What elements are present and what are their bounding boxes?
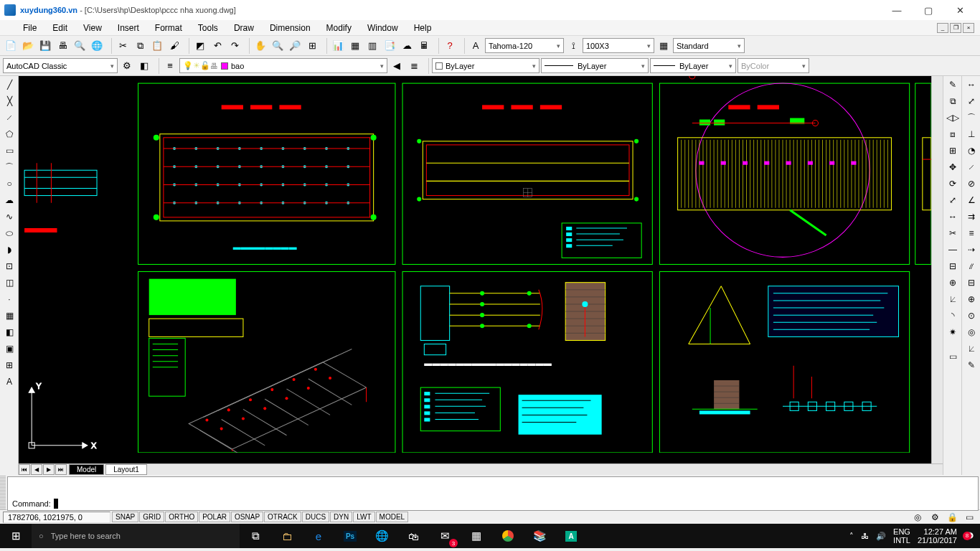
tolerance-icon[interactable]: ⊕ bbox=[963, 292, 979, 306]
menu-tools[interactable]: Tools bbox=[191, 22, 225, 34]
zoom-window-icon[interactable]: ⊞ bbox=[304, 38, 320, 54]
dim-linear-jog-icon[interactable]: ⟀ bbox=[963, 342, 979, 356]
print-icon[interactable]: 🖶 bbox=[55, 38, 70, 54]
search-box[interactable]: ○ Type here to search bbox=[32, 524, 240, 548]
hatch-icon[interactable]: ▦ bbox=[1, 309, 17, 323]
copy-obj-icon[interactable]: ⧉ bbox=[945, 94, 961, 108]
redo-icon[interactable]: ↷ bbox=[227, 38, 242, 54]
mirror-icon[interactable]: ◁▷ bbox=[945, 110, 961, 125]
dim-continue-icon[interactable]: ⇢ bbox=[963, 242, 979, 257]
network-icon[interactable]: 🖧 bbox=[861, 532, 869, 540]
publish-icon[interactable]: 🌐 bbox=[89, 38, 105, 54]
layer-color-icon[interactable]: ▭ bbox=[945, 349, 961, 364]
dim-arc-icon[interactable]: ⌒ bbox=[963, 110, 979, 125]
annotation-visibility-icon[interactable]: ⚙ bbox=[927, 510, 943, 524]
tool-palettes-icon[interactable]: ▥ bbox=[364, 38, 380, 54]
join-icon[interactable]: ⊕ bbox=[945, 276, 961, 290]
paste-icon[interactable]: 📋 bbox=[149, 38, 165, 54]
menu-modify[interactable]: Modify bbox=[319, 22, 359, 34]
save-icon[interactable]: 💾 bbox=[37, 38, 53, 54]
line-icon[interactable]: ╱ bbox=[1, 77, 17, 92]
menu-edit[interactable]: Edit bbox=[45, 22, 75, 34]
dim-quick-icon[interactable]: ⇉ bbox=[963, 209, 979, 224]
revcloud-icon[interactable]: ☁ bbox=[1, 193, 17, 207]
quickcalc-icon[interactable]: 🖩 bbox=[416, 38, 432, 54]
layer-prev-icon[interactable]: ◀ bbox=[389, 58, 405, 74]
erase-icon[interactable]: ✎ bbox=[945, 77, 961, 92]
menu-format[interactable]: Format bbox=[148, 22, 189, 34]
menu-help[interactable]: Help bbox=[407, 22, 439, 34]
ellipse-icon[interactable]: ⬭ bbox=[1, 226, 17, 240]
dim-angular-icon[interactable]: ∠ bbox=[963, 193, 979, 207]
tab-layout1[interactable]: Layout1 bbox=[105, 464, 147, 475]
edge-icon[interactable]: e bbox=[303, 524, 334, 548]
open-icon[interactable]: 📂 bbox=[20, 38, 36, 54]
dim-inspect-icon[interactable]: ◎ bbox=[963, 325, 979, 339]
command-line[interactable]: Command: bbox=[8, 497, 978, 510]
color-combo[interactable]: ByLayer▾ bbox=[432, 58, 540, 73]
annotation-scale-icon[interactable]: ◎ bbox=[910, 510, 925, 524]
rectangle-icon[interactable]: ▭ bbox=[1, 143, 17, 158]
menu-window[interactable]: Window bbox=[360, 22, 405, 34]
scale-icon[interactable]: ⤢ bbox=[945, 193, 961, 207]
workspace-settings-icon[interactable]: ⚙ bbox=[119, 58, 135, 74]
extend-icon[interactable]: — bbox=[945, 242, 961, 257]
chamfer-icon[interactable]: ⟀ bbox=[945, 292, 961, 306]
mtext-icon[interactable]: A bbox=[1, 375, 17, 389]
dim-jogged-icon[interactable]: ⟋ bbox=[963, 160, 979, 174]
toggle-dyn[interactable]: DYN bbox=[330, 512, 352, 522]
properties-icon[interactable]: 📊 bbox=[330, 38, 346, 54]
menu-draw[interactable]: Draw bbox=[227, 22, 261, 34]
photoshop-icon[interactable]: Ps bbox=[334, 524, 366, 548]
menu-dimension[interactable]: Dimension bbox=[263, 22, 318, 34]
toggle-otrack[interactable]: OTRACK bbox=[264, 512, 301, 522]
polygon-icon[interactable]: ⬠ bbox=[1, 127, 17, 141]
undo-icon[interactable]: ↶ bbox=[209, 38, 225, 54]
text-style-combo[interactable]: Tahoma-120▾ bbox=[485, 38, 564, 53]
command-resize-handle[interactable] bbox=[0, 475, 6, 509]
minimize-button[interactable]: — bbox=[881, 0, 913, 20]
toggle-lwt[interactable]: LWT bbox=[353, 512, 374, 522]
zoom-prev-icon[interactable]: 🔎 bbox=[287, 38, 303, 54]
layer-combo[interactable]: 💡☀🔓🖶 bao▾ bbox=[179, 58, 387, 73]
mdi-minimize[interactable]: _ bbox=[937, 23, 948, 33]
dimstyle-icon[interactable]: ⟟ bbox=[565, 38, 581, 54]
layer-manager-icon[interactable]: ≡ bbox=[162, 58, 178, 74]
coordinates[interactable]: 1782706, 1021975, 0 bbox=[3, 512, 110, 523]
dim-radius-icon[interactable]: ◔ bbox=[963, 143, 979, 158]
tab-model[interactable]: Model bbox=[69, 464, 104, 475]
ellipse-arc-icon[interactable]: ◗ bbox=[1, 242, 17, 257]
toggle-model[interactable]: MODEL bbox=[376, 512, 409, 522]
tray-expand-icon[interactable]: ˄ bbox=[849, 532, 854, 541]
table-icon[interactable]: ⊞ bbox=[1, 358, 17, 372]
tab-first-icon[interactable]: ⏮ bbox=[19, 464, 30, 475]
gradient-icon[interactable]: ◧ bbox=[1, 325, 17, 339]
dim-linear-icon[interactable]: ↔ bbox=[963, 77, 979, 92]
app-icon-1[interactable]: ▦ bbox=[461, 524, 492, 548]
copy-icon[interactable]: ⧉ bbox=[132, 38, 148, 54]
toggle-ortho[interactable]: ORTHO bbox=[165, 512, 198, 522]
linetype-combo[interactable]: ByLayer▾ bbox=[541, 58, 649, 73]
workspace-combo[interactable]: AutoCAD Classic▾ bbox=[3, 58, 118, 73]
maximize-button[interactable]: ▢ bbox=[913, 0, 944, 20]
volume-icon[interactable]: 🔊 bbox=[876, 532, 886, 541]
move-icon[interactable]: ✥ bbox=[945, 160, 961, 174]
dim-style-combo[interactable]: 100X3▾ bbox=[583, 38, 654, 53]
chrome-icon[interactable] bbox=[492, 524, 524, 548]
dim-break-icon[interactable]: ⊟ bbox=[963, 276, 979, 290]
toggle-grid[interactable]: GRID bbox=[139, 512, 164, 522]
menu-file[interactable]: File bbox=[16, 22, 44, 34]
spline-icon[interactable]: ∿ bbox=[1, 209, 17, 224]
array-icon[interactable]: ⊞ bbox=[945, 143, 961, 158]
dim-edit-icon[interactable]: ✎ bbox=[963, 358, 979, 372]
dim-aligned-icon[interactable]: ⤢ bbox=[963, 94, 979, 108]
zoom-realtime-icon[interactable]: 🔍 bbox=[270, 38, 286, 54]
point-icon[interactable]: · bbox=[1, 292, 17, 306]
design-center-icon[interactable]: ▦ bbox=[347, 38, 363, 54]
pan-icon[interactable]: ✋ bbox=[253, 38, 268, 54]
dim-baseline-icon[interactable]: ≡ bbox=[963, 226, 979, 240]
language-indicator[interactable]: ENG INTL bbox=[893, 527, 910, 545]
toggle-snap[interactable]: SNAP bbox=[112, 512, 138, 522]
pline-icon[interactable]: ⟋ bbox=[1, 110, 17, 125]
xline-icon[interactable]: ╳ bbox=[1, 94, 17, 108]
